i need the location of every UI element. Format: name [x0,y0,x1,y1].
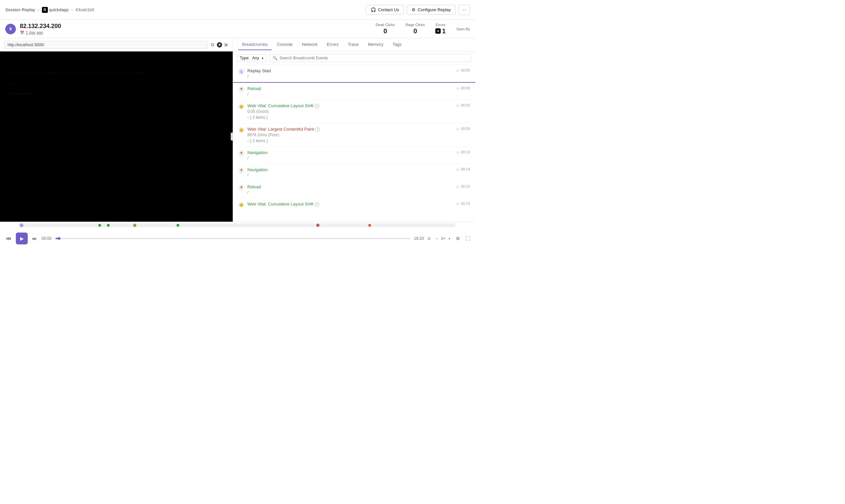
dead-clicks-stat: Dead Clicks 0 [376,23,395,35]
header: Session Replay › N quickdapp › 43ceb1b0 … [0,0,475,20]
tab-tags[interactable]: Tags [388,39,405,50]
browser-icon-dark: ◈ [217,42,222,48]
bc-time[interactable]: ▷ 00:33 [457,201,470,205]
search-breadcrumbs[interactable]: 🔍 [269,54,471,62]
info-icon: ? [315,127,320,132]
bc-time[interactable]: ▷ 00:09 [457,127,470,131]
timeline-thumb [58,237,60,240]
type-filter[interactable]: Type: Any ▾ [237,54,266,62]
bc-time[interactable]: ▷ 00:00 [457,86,470,90]
more-options-button[interactable]: ··· [458,5,470,15]
player-settings-button[interactable]: ⚙ [455,235,461,242]
session-stats: Dead Clicks 0 Rage Clicks 0 Errors N 1 S… [376,23,470,35]
expand-timeline-button[interactable] [426,236,432,241]
info-icon: ? [315,104,319,109]
player-section: ⧉ ◈ ···· ·· ··· [0,38,233,222]
notion-icon: N [42,7,48,13]
bc-item-nav-1: 📍 Navigation / ▷ 00:10 [233,147,475,164]
header-actions: 🎧 Contact Us ⚙ Configure Replay ··· [366,5,470,15]
filter-row: Type: Any ▾ 🔍 [233,52,475,65]
bc-title: Web Vital: Largest Contentful Paint ? [248,127,454,132]
speed-value: 1× [441,236,446,241]
bc-expand[interactable]: › { 2 items } [248,139,454,143]
headset-icon: 🎧 [371,7,376,12]
bc-title: Navigation [248,150,454,155]
right-panel: Breadcrumbs Console Network Errors Trace… [233,38,475,222]
session-replay-link[interactable]: Session Replay [5,7,35,12]
url-bar: ⧉ ◈ [0,38,233,52]
info-icon: ? [315,202,319,207]
bc-title: Web Vital: Cumulative Layout Shift ? [248,103,454,109]
timeline-marker-5 [316,223,319,227]
type-value: Any [252,56,259,60]
tab-trace[interactable]: Trace [344,39,363,50]
contact-us-button[interactable]: 🎧 Contact Us [366,5,404,15]
bc-title: Replay Start [248,68,454,73]
bc-title: Web Vital: Cumulative Layout Shift ? [248,201,454,207]
end-time: 18:20 [414,236,424,241]
app-name[interactable]: quickdapp [49,7,69,12]
scrubber-track[interactable] [20,223,456,227]
configure-replay-button[interactable]: ⚙ Configure Replay [407,5,456,15]
speed-minus-button[interactable]: − [434,235,440,242]
tab-memory[interactable]: Memory [364,39,387,50]
tab-breadcrumbs[interactable]: Breadcrumbs [238,39,272,50]
bc-icon-sad: 😟 [238,127,244,133]
bc-icon-pin-nav2: 📍 [238,167,244,174]
current-time: 00:00 [41,236,52,241]
tab-console[interactable]: Console [273,39,297,50]
bc-item-cls-2: 🙂 Web Vital: Cumulative Layout Shift ? ▷… [233,198,475,212]
bc-expand[interactable]: › { 2 items } [248,115,454,120]
session-info-bar: 8 82.132.234.200 📅 1 day ago Dead Clicks… [0,20,475,38]
bc-item-nav-2: 📍 Navigation / ▷ 00:14 [233,164,475,181]
bc-time[interactable]: ▷ 00:00 [457,68,470,72]
browser-icon-chrome [224,42,229,48]
timeline-marker-2 [107,224,110,227]
playhead[interactable] [20,223,23,227]
fullscreen-button[interactable]: ⛶ [464,235,471,242]
bc-item-replay-start: ℹ Replay Start / ▷ 00:00 [233,65,475,82]
bc-icon-smile: 🙂 [238,104,244,109]
resize-handle[interactable]: ⋮⋮ [231,132,233,141]
replay-dots-2: ····· [6,82,226,85]
session-ip: 82.132.234.200 [20,23,61,30]
bc-time[interactable]: ▷ 00:14 [457,167,470,171]
bc-time[interactable]: ▷ 00:10 [457,150,470,154]
bc-icon-pin-reload2: 📍 [238,185,244,191]
copy-url-button[interactable]: ⧉ [210,41,215,48]
bc-item-reload-1: 📍 Reload / ▷ 00:00 [233,83,475,100]
bc-icon-pin: 📍 [238,86,244,92]
speed-plus-button[interactable]: + [446,235,452,242]
bc-item-cls: 🙂 Web Vital: Cumulative Layout Shift ? 0… [233,100,475,123]
tab-network[interactable]: Network [298,39,322,50]
timeline-marker-1 [99,224,101,227]
skip-forward-button[interactable]: ⏭ [30,235,39,242]
n-errors-icon: N [435,29,441,34]
errors-stat: Errors N 1 [435,23,446,35]
bc-time[interactable]: ▷ 00:33 [457,184,470,188]
bc-item-lcp: 😟 Web Vital: Largest Contentful Paint ? … [233,123,475,147]
tabs-row: Breadcrumbs Console Network Errors Trace… [233,38,475,52]
replay-dots-teal: ·········· [21,92,34,95]
bc-icon-pin-nav: 📍 [238,150,244,156]
settings-icon: ⚙ [411,7,416,12]
chevron-down-icon: ▾ [262,56,263,60]
search-icon: 🔍 [272,56,278,60]
speed-control: − 1× + [434,235,452,242]
play-button[interactable]: ▶ [16,233,28,245]
timeline-marker-4 [177,224,179,227]
bc-time[interactable]: ▷ 00:00 [457,103,470,107]
timeline-bar[interactable] [55,238,410,239]
scrubber-area [0,222,475,231]
tab-errors[interactable]: Errors [323,39,342,50]
search-input[interactable] [280,56,468,60]
avatar: 8 [5,24,16,34]
timeline-marker-6 [368,224,371,227]
session-time: 📅 1 day ago [20,30,61,35]
bc-item-reload-2: 📍 Reload / ▷ 00:33 [233,181,475,198]
skip-back-button[interactable]: ⏮ [4,234,13,243]
timeline-section: ⏮ ▶ ⏭ 00:00 18:20 − 1× + ⚙ ⛶ [0,222,475,252]
time-ago[interactable]: 1 day ago [26,30,43,35]
session-id: 43ceb1b0 [75,7,94,12]
url-input[interactable] [4,41,208,49]
